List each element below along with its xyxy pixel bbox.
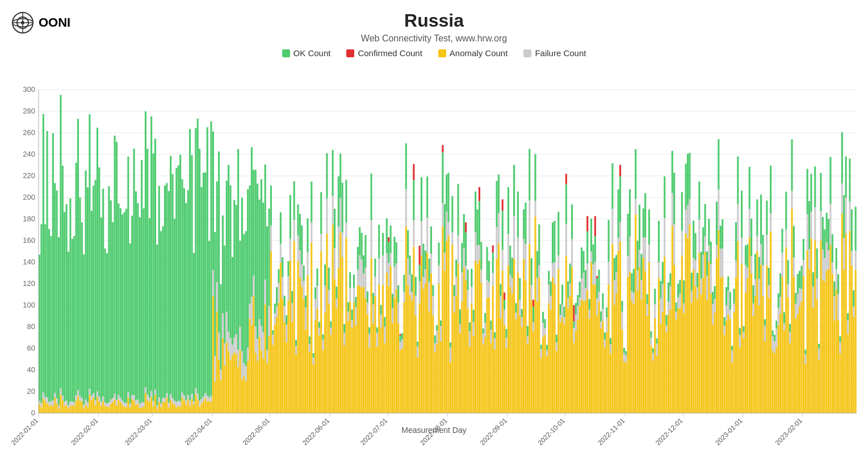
bar-chart: [0, 0, 868, 463]
